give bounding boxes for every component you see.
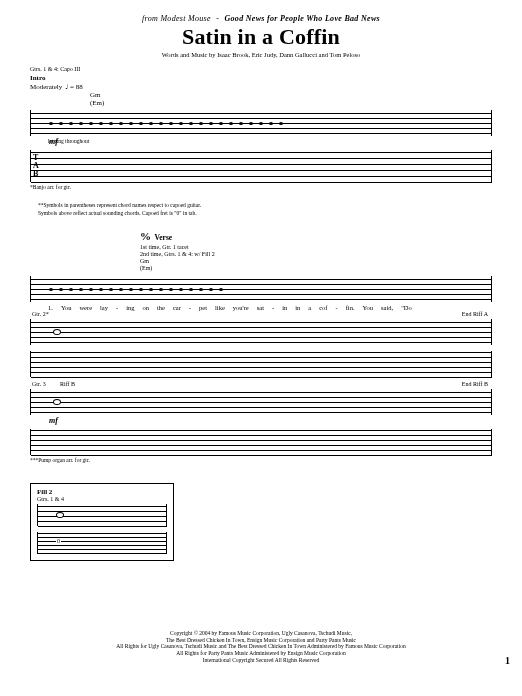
gtr3-tab [30,429,492,455]
fill2-label: Fill 2 [37,488,167,496]
riff-b-label: Riff B [60,381,75,387]
gtr3-label: Gtr. 3 [32,381,46,387]
tab-staff: T A B [30,150,492,182]
let-ring-note: let ring throughout [48,138,492,144]
dynamic-mf: mf [49,137,58,146]
verse-instruction-2: 2nd time, Gtrs. 1 & 4: w/ Fill 2 [140,251,492,258]
symbols-footnote-b: Symbols above reflect actual sounding ch… [38,210,492,216]
album-line: from Modest Mouse - Good News for People… [30,14,492,23]
fill2-gtr-label: Gtrs. 1 & 4 [37,496,167,502]
capo-note: Gtrs. 1 & 4: Capo III [30,66,492,72]
lyric-num: 1. [48,304,53,311]
vocal-staff-wrap: 1. You were lay-ing on the car-pet like … [30,276,492,311]
pump-organ-footnote: ***Pump organ arr. for gtr. [30,457,492,463]
intro-staff: mf let ring throughout T A B *Banjo arr.… [30,110,492,216]
gtr3-system: Gtr. 3 Riff B End Riff B mf [30,389,492,463]
fill2-tab: 0 [37,532,167,554]
gtr2-label: Gtr. 2* [32,311,49,317]
tempo-label: Moderately [30,83,62,91]
segno-icon: % [140,230,151,242]
fill2-block: Fill 2 Gtrs. 1 & 4 0 [30,483,174,561]
chord-main: Gm [90,91,101,99]
intro-chords: Gm (Em) [90,92,492,107]
intro-label: Intro [30,74,492,82]
gtr2-tab [30,351,492,377]
lyrics: 1. You were lay-ing on the car-pet like … [48,304,492,311]
header: from Modest Mouse - Good News for People… [30,14,492,58]
tab-zero: 0 [56,538,61,544]
copyright-line-2: The Best Dressed Chicken In Town, Ensign… [30,637,492,644]
verse-chord-paren: (Em) [140,265,492,272]
vocal-notes [49,278,492,300]
verse-label: Verse [155,233,173,242]
notation-staff: mf [30,110,492,136]
tab-b: B [33,170,39,178]
riff-b-end: End Riff B [462,381,488,387]
verse-instruction-1: 1st time, Gtr. 1 tacet [140,244,492,251]
verse-section: % Verse 1st time, Gtr. 1 tacet 2nd time,… [30,230,492,561]
artist-name: Modest Mouse [160,14,210,23]
verse-header: % Verse 1st time, Gtr. 1 tacet 2nd time,… [140,230,492,272]
song-title: Satin in a Coffin [30,24,492,50]
copyright-line-4: All Rights for Party Pants Music Adminis… [30,650,492,657]
symbols-footnote-a: **Symbols in parentheses represent chord… [38,202,492,208]
riff-a-end: End Riff A [462,311,488,317]
album-name: Good News for People Who Love Bad News [224,14,379,23]
copyright-line-5: International Copyright Secured All Righ… [30,657,492,664]
from-prefix: from [142,14,158,23]
vocal-staff [30,276,492,302]
verse-chord-main: Gm [140,258,492,265]
tempo-row: Moderately ♩ = 88 [30,83,492,91]
chord-paren: (Em) [90,100,492,108]
copyright-line-3: All Rights for Ugly Casanova, Tschudi Mu… [30,643,492,650]
page-number: 1 [505,655,510,666]
banjo-footnote: *Banjo arr. for gtr. [30,184,492,190]
tempo-marking: ♩ = 88 [65,83,82,91]
copyright-footer: Copyright © 2004 by Famous Music Corpora… [30,630,492,664]
fill2-staff [37,504,167,526]
credits: Words and Music by Isaac Brook, Eric Jud… [30,51,492,58]
gtr2-staff [30,319,492,345]
tab-label: T A B [33,154,39,178]
dash: - [216,14,219,23]
gtr2-system: Gtr. 2* End Riff A [30,319,492,377]
gtr3-dynamic: mf [49,416,58,425]
sheet-music-page: from Modest Mouse - Good News for People… [0,0,522,672]
intro-section: Gtrs. 1 & 4: Capo III Intro Moderately ♩… [30,66,492,216]
gtr3-staff: mf [30,389,492,415]
notes [49,112,492,134]
copyright-line-1: Copyright © 2004 by Famous Music Corpora… [30,630,492,637]
